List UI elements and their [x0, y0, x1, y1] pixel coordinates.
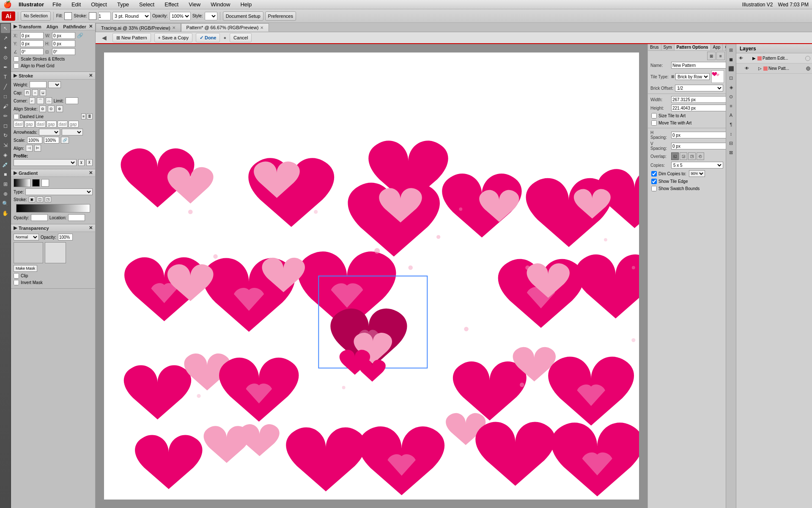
- cap-butt-btn[interactable]: ⊓: [24, 89, 30, 96]
- profile-flip-btn[interactable]: ⊻: [78, 159, 85, 166]
- opacity-grad-input[interactable]: [31, 214, 48, 221]
- gradient-bar[interactable]: [16, 204, 90, 213]
- strip-link-icon[interactable]: ⊠: [727, 148, 735, 157]
- show-swatch-cb[interactable]: [651, 186, 657, 191]
- clip-cb[interactable]: [14, 273, 19, 279]
- dash3-input[interactable]: [58, 121, 68, 127]
- dash-align-btn2[interactable]: ≣: [87, 113, 93, 119]
- align-outside-btn[interactable]: ⊚: [56, 105, 63, 112]
- panel-close-btn[interactable]: ✕: [89, 24, 93, 29]
- overlap-top-btn[interactable]: ◳: [688, 152, 696, 160]
- v-spacing-input[interactable]: [671, 143, 727, 149]
- stroke-weight-input[interactable]: [98, 12, 111, 20]
- h-input[interactable]: [52, 40, 75, 47]
- color-stop-black[interactable]: [32, 179, 40, 187]
- gradient-panel-close[interactable]: ✕: [89, 170, 93, 176]
- menu-type[interactable]: Type: [115, 1, 131, 8]
- direct-select-tool[interactable]: ↗: [1, 33, 10, 43]
- pen-tool[interactable]: ✒: [1, 63, 10, 72]
- align-center-btn[interactable]: ⊝: [39, 105, 46, 112]
- strip-graphic-icon[interactable]: ⊙: [727, 92, 735, 101]
- stroke-style-select[interactable]: 3 pt. Round: [112, 12, 151, 20]
- pencil-tool[interactable]: ✏: [1, 111, 10, 121]
- gradient-swatch[interactable]: [14, 179, 30, 187]
- copies-select[interactable]: 5 x 5: [671, 162, 723, 168]
- strip-symbol-icon[interactable]: ◈: [727, 83, 735, 91]
- cancel-btn[interactable]: Cancel: [230, 33, 252, 42]
- align-tip-btn[interactable]: ⊣: [26, 145, 33, 152]
- layer2-target[interactable]: [806, 66, 810, 71]
- brick-offset-select[interactable]: 1/2: [675, 85, 723, 91]
- arrow-end-select[interactable]: [62, 129, 83, 135]
- arrow-start-select[interactable]: [39, 129, 60, 135]
- dash2-input[interactable]: [36, 121, 46, 127]
- show-tile-cb[interactable]: [651, 179, 657, 184]
- pattern-name-input[interactable]: [671, 62, 727, 69]
- make-mask-btn[interactable]: Make Mask: [14, 265, 37, 272]
- layer2-eye[interactable]: 👁: [744, 66, 750, 71]
- shear-input[interactable]: [52, 48, 75, 55]
- fill-color[interactable]: [64, 12, 72, 20]
- magic-wand-tool[interactable]: ✦: [1, 43, 10, 52]
- w-input[interactable]: [52, 32, 75, 39]
- preferences-btn[interactable]: Preferences: [265, 11, 296, 21]
- style-select[interactable]: [205, 12, 217, 20]
- strip-swatch-icon[interactable]: ⬛: [727, 64, 735, 73]
- rotate-tool[interactable]: ↻: [1, 131, 10, 140]
- selection-mode-btn[interactable]: No Selection: [21, 11, 51, 21]
- menu-object[interactable]: Object: [89, 1, 109, 8]
- stroke-grad-btn2[interactable]: ◫: [37, 196, 43, 202]
- blend-tool[interactable]: ◈: [1, 150, 10, 160]
- menu-window[interactable]: Window: [209, 1, 232, 8]
- doc-setup-btn[interactable]: Document Setup: [223, 11, 263, 21]
- canvas-white[interactable]: [104, 52, 639, 500]
- blend-mode-select[interactable]: Normal: [14, 234, 39, 240]
- menu-edit[interactable]: Edit: [70, 1, 82, 8]
- shape-builder-tool[interactable]: ⊕: [1, 189, 10, 199]
- scale-input[interactable]: [27, 137, 42, 144]
- x-input[interactable]: [20, 32, 44, 39]
- strip-brush-icon[interactable]: ⊡: [727, 74, 735, 82]
- tab-tracing[interactable]: Tracing.ai @ 33% (RGB/Preview) ✕: [96, 23, 181, 32]
- save-copy-btn[interactable]: + Save a Copy: [154, 33, 192, 42]
- transform-panel-header[interactable]: ▶ Transform Align Pathfinder ✕: [11, 23, 95, 30]
- scale-link-btn[interactable]: 🔗: [61, 137, 69, 144]
- dash1-input[interactable]: [14, 121, 24, 127]
- done-btn[interactable]: ✓ Done: [196, 33, 220, 42]
- stroke-color[interactable]: [89, 12, 96, 20]
- eyedropper-tool[interactable]: 💉: [1, 160, 10, 169]
- weight-unit-select[interactable]: [48, 81, 61, 88]
- location-input[interactable]: [68, 214, 85, 221]
- canvas-scroll[interactable]: [96, 44, 647, 508]
- menu-file[interactable]: File: [51, 1, 63, 8]
- menu-help[interactable]: Help: [239, 1, 253, 8]
- menu-effect[interactable]: Effect: [163, 1, 180, 8]
- stroke-panel-close[interactable]: ✕: [89, 73, 93, 78]
- opacity-select[interactable]: 100%: [170, 12, 191, 20]
- strip-layers-icon[interactable]: ⊞: [727, 46, 735, 54]
- move-tile-cb[interactable]: [651, 120, 657, 126]
- gap3-input[interactable]: [69, 121, 79, 127]
- profile-select[interactable]: [14, 159, 77, 166]
- eraser-tool[interactable]: ◻: [1, 121, 10, 130]
- transparency-panel-close[interactable]: ✕: [89, 225, 93, 231]
- width-input[interactable]: [671, 96, 727, 103]
- dim-copies-cb[interactable]: [651, 171, 657, 177]
- layer2-name[interactable]: New Patt...: [768, 66, 805, 71]
- gradient-panel-header[interactable]: ▶ Gradient ✕: [11, 169, 95, 177]
- gap2-input[interactable]: [47, 121, 57, 127]
- rect-tool[interactable]: □: [1, 92, 10, 101]
- dash-align-btn1[interactable]: ≡: [81, 113, 86, 119]
- hand-tool[interactable]: ✋: [1, 209, 10, 218]
- dashed-line-cb[interactable]: [14, 114, 19, 119]
- gradient-type-select[interactable]: [25, 188, 93, 195]
- tab-pattern[interactable]: Pattern* @ 66.67% (RGB/Preview) ✕: [181, 23, 269, 32]
- mesh-tool[interactable]: ⊞: [1, 179, 10, 189]
- scale2-input[interactable]: [44, 137, 59, 144]
- stroke-panel-header[interactable]: ▶ Stroke ✕: [11, 72, 95, 80]
- profile-flip2-btn[interactable]: ⊼: [86, 159, 93, 166]
- po-panel-close-btn[interactable]: ≡: [716, 52, 725, 60]
- corner-miter-btn[interactable]: ⌐: [29, 97, 35, 104]
- corner-round-btn[interactable]: ⌒: [37, 97, 44, 104]
- layer1-expand[interactable]: ▶: [752, 56, 757, 61]
